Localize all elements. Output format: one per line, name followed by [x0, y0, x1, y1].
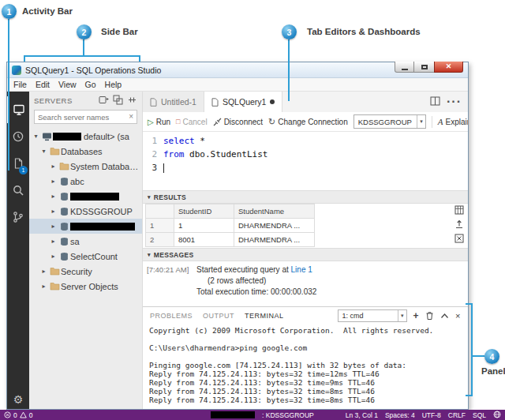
tree-item-database-selectcount[interactable]: SelectCount	[29, 249, 142, 264]
tree-item-database-abc[interactable]: abc	[29, 174, 142, 189]
close-panel-icon[interactable]	[455, 311, 461, 321]
settings-gear-icon[interactable]	[7, 394, 29, 405]
code-editor[interactable]: 1 2 3 select * from dbo.StudentList	[143, 132, 468, 190]
change-connection-button[interactable]: Change Connection	[268, 117, 348, 127]
menu-item-help[interactable]: Help	[105, 80, 122, 89]
callout-4-badge: 4	[484, 349, 499, 364]
save-as-csv-icon[interactable]	[454, 205, 464, 215]
explain-icon	[438, 117, 443, 126]
explorer-icon[interactable]: 1	[7, 150, 29, 177]
task-history-icon[interactable]	[7, 123, 29, 150]
menu-item-go[interactable]: Go	[85, 80, 96, 89]
tree-item-system-databases[interactable]: System Databases	[29, 159, 142, 174]
grid-row[interactable]: 1 1 DHARMENDRA ...	[146, 219, 315, 233]
save-as-excel-icon[interactable]	[454, 234, 464, 243]
file-icon	[150, 98, 157, 107]
screenshot-root: 1 Activity Bar 2 Side Bar 3 Tab Editors …	[0, 0, 505, 420]
close-button[interactable]	[434, 62, 463, 73]
search-input[interactable]	[38, 113, 126, 122]
results-section-header[interactable]: RESULTS	[143, 190, 468, 204]
grid-header-row: StudentID StudentName	[146, 204, 315, 219]
eol-status[interactable]: CRLF	[448, 411, 466, 419]
tree-item-database-kdssggroup[interactable]: KDSSGGROUP	[29, 204, 142, 219]
split-editor-icon[interactable]	[430, 95, 440, 109]
errors-icon	[4, 411, 11, 418]
chevron-right-icon[interactable]	[49, 253, 58, 260]
messages-section-header[interactable]: MESSAGES	[143, 248, 468, 261]
rows-affected-text: (2 rows affected)	[196, 276, 266, 287]
chevron-right-icon[interactable]	[39, 268, 48, 275]
new-connection-icon[interactable]	[99, 95, 109, 107]
tab-problems[interactable]: PROBLEMS	[150, 312, 193, 320]
tree-item-database-selected-redacted[interactable]	[29, 219, 142, 234]
maximize-button[interactable]	[414, 62, 434, 73]
connection-status[interactable]: : KDSSGGROUP	[262, 411, 314, 419]
code-content: select * from dbo.StudentList	[163, 134, 267, 190]
toolbar-separator	[432, 116, 432, 128]
callout-3-badge: 3	[282, 24, 297, 39]
folder-icon	[48, 147, 61, 156]
callout-1-label: Activity Bar	[22, 6, 73, 16]
new-terminal-icon[interactable]	[413, 310, 420, 321]
tab-sqlquery1[interactable]: SQLQuery1	[204, 92, 282, 112]
terminal-instance-dropdown[interactable]: 1: cmd	[338, 309, 407, 322]
tree-item-databases[interactable]: Databases	[29, 144, 142, 159]
tab-terminal[interactable]: TERMINAL	[245, 312, 284, 320]
disconnect-button[interactable]: Disconnect	[213, 118, 263, 126]
callout-3-line	[288, 39, 290, 101]
chevron-right-icon[interactable]	[49, 238, 58, 245]
tree-item-security[interactable]: Security	[29, 264, 142, 279]
callout-4-tick-bottom	[466, 395, 472, 396]
chevron-down-icon[interactable]	[32, 133, 40, 140]
run-button[interactable]: Run	[148, 118, 170, 126]
feedback-globe-icon[interactable]	[493, 411, 501, 420]
chevron-down-icon[interactable]	[39, 148, 48, 155]
minimize-button[interactable]	[395, 62, 414, 73]
folder-icon	[58, 162, 70, 171]
chevron-right-icon[interactable]	[49, 163, 58, 170]
menu-item-file[interactable]: File	[13, 80, 27, 89]
language-mode-status[interactable]: SQL	[473, 411, 486, 419]
maximize-panel-icon[interactable]	[440, 313, 449, 319]
chevron-right-icon[interactable]	[49, 193, 58, 200]
save-as-json-icon[interactable]	[454, 219, 464, 229]
chevron-right-icon[interactable]	[49, 208, 58, 215]
tab-output[interactable]: OUTPUT	[203, 312, 234, 320]
panel-tab-bar: PROBLEMS OUTPUT TERMINAL 1: cmd	[143, 307, 468, 324]
chevron-right-icon[interactable]	[49, 178, 58, 185]
cancel-button[interactable]: Cancel	[176, 118, 208, 126]
source-control-icon[interactable]	[7, 204, 29, 231]
chevron-right-icon[interactable]	[49, 223, 58, 230]
tree-item-server-objects[interactable]: Server Objects	[29, 279, 142, 294]
database-icon	[58, 207, 70, 216]
callout-2-bracket	[24, 55, 140, 57]
search-view-icon[interactable]	[7, 177, 29, 204]
tree-item-database-redacted[interactable]	[29, 189, 142, 204]
chevron-right-icon[interactable]	[39, 283, 48, 290]
terminal-output[interactable]: Copyright (c) 2009 Microsoft Corporation…	[143, 324, 468, 409]
line-numbers: 1 2 3	[143, 134, 163, 190]
status-bar: 0 0 : KDSSGGROUP Ln 3, Col 1 Spaces: 4 U…	[0, 410, 505, 420]
callout-2-line	[83, 39, 84, 56]
more-actions-icon[interactable]	[447, 95, 462, 109]
indentation-status[interactable]: Spaces: 4	[385, 411, 415, 419]
servers-tree: default> (sa Databases System Databases	[29, 129, 142, 409]
active-connections-icon[interactable]	[127, 95, 137, 107]
explain-button[interactable]: Explain	[438, 117, 468, 126]
tree-item-database-sa[interactable]: sa	[29, 234, 142, 249]
kill-terminal-icon[interactable]	[425, 311, 434, 321]
cursor-position-status[interactable]: Ln 3, Col 1	[346, 411, 378, 419]
servers-view-icon[interactable]	[7, 96, 29, 123]
menu-item-edit[interactable]: Edit	[36, 80, 50, 89]
tree-item-server[interactable]: default> (sa	[29, 129, 142, 144]
menu-item-view[interactable]: View	[58, 80, 77, 89]
problems-status[interactable]: 0 0	[4, 411, 32, 419]
grid-row[interactable]: 2 8001 DHARMENDRA ...	[146, 233, 315, 247]
database-dropdown[interactable]: KDSSGGROUP	[354, 114, 426, 129]
clear-search-icon[interactable]	[129, 113, 133, 121]
encoding-status[interactable]: UTF-8	[422, 411, 441, 419]
new-server-group-icon[interactable]	[113, 95, 123, 107]
line-link[interactable]: Line 1	[291, 265, 312, 274]
title-bar[interactable]: SQLQuery1 - SQL Operations Studio	[7, 62, 468, 78]
tab-untitled-1[interactable]: Untitled-1	[143, 92, 204, 112]
